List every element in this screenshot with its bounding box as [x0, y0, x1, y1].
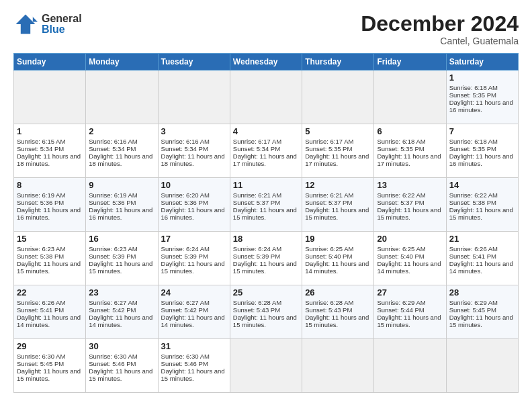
sunset-text: Sunset: 5:37 PM [377, 199, 443, 206]
sunrise-text: Sunrise: 6:17 AM [233, 138, 299, 145]
day-number: 20 [377, 234, 443, 244]
calendar-cell: 6Sunrise: 6:18 AMSunset: 5:35 PMDaylight… [374, 124, 446, 178]
sunrise-text: Sunrise: 6:22 AM [449, 191, 515, 199]
daylight-text: Daylight: 11 hours and 14 minutes. [305, 260, 371, 275]
daylight-text: Daylight: 11 hours and 16 minutes. [89, 206, 154, 221]
daylight-text: Daylight: 11 hours and 16 minutes. [17, 206, 83, 221]
daylight-text: Daylight: 11 hours and 15 minutes. [377, 206, 443, 221]
day-number: 12 [305, 180, 371, 190]
sunset-text: Sunset: 5:45 PM [17, 360, 83, 367]
header-day-monday: Monday [86, 54, 158, 71]
calendar-cell [230, 339, 302, 393]
day-number: 4 [233, 126, 299, 136]
day-number: 31 [161, 341, 227, 351]
calendar-cell [158, 71, 230, 124]
calendar-cell [302, 339, 374, 393]
sunset-text: Sunset: 5:38 PM [449, 199, 515, 206]
sunrise-text: Sunrise: 6:30 AM [161, 353, 227, 360]
calendar-cell [14, 71, 86, 124]
calendar-cell: 24Sunrise: 6:27 AMSunset: 5:42 PMDayligh… [158, 285, 230, 339]
day-number: 29 [17, 341, 83, 351]
calendar-body: 1Sunrise: 6:18 AMSunset: 5:35 PMDaylight… [14, 71, 519, 393]
day-number: 25 [233, 287, 299, 298]
day-number: 5 [305, 126, 371, 136]
sunrise-text: Sunrise: 6:24 AM [161, 245, 227, 253]
week-row-1: 1Sunrise: 6:15 AMSunset: 5:34 PMDaylight… [14, 124, 519, 178]
sunrise-text: Sunrise: 6:16 AM [161, 138, 227, 145]
sunrise-text: Sunrise: 6:27 AM [161, 299, 227, 306]
calendar-cell: 21Sunrise: 6:26 AMSunset: 5:41 PMDayligh… [446, 232, 518, 285]
sunrise-text: Sunrise: 6:29 AM [449, 299, 515, 306]
daylight-text: Daylight: 11 hours and 15 minutes. [305, 314, 371, 328]
sunrise-text: Sunrise: 6:26 AM [17, 299, 83, 306]
daylight-text: Daylight: 11 hours and 14 minutes. [449, 260, 515, 275]
calendar-cell: 2Sunrise: 6:16 AMSunset: 5:34 PMDaylight… [86, 124, 158, 178]
calendar-cell [86, 71, 158, 124]
daylight-text: Daylight: 11 hours and 14 minutes. [377, 260, 443, 275]
sunrise-text: Sunrise: 6:16 AM [89, 138, 154, 145]
sunset-text: Sunset: 5:34 PM [89, 145, 154, 152]
sunset-text: Sunset: 5:36 PM [161, 199, 227, 206]
daylight-text: Daylight: 11 hours and 16 minutes. [161, 206, 227, 221]
sunrise-text: Sunrise: 6:29 AM [377, 299, 443, 306]
sunrise-text: Sunrise: 6:23 AM [17, 245, 83, 253]
sunset-text: Sunset: 5:43 PM [305, 306, 371, 314]
day-number: 6 [377, 126, 443, 136]
week-row-2: 8Sunrise: 6:19 AMSunset: 5:36 PMDaylight… [14, 178, 519, 232]
calendar-cell [302, 71, 374, 124]
header-day-tuesday: Tuesday [158, 54, 230, 71]
day-number: 9 [89, 180, 154, 190]
day-number: 27 [377, 287, 443, 298]
daylight-text: Daylight: 11 hours and 15 minutes. [161, 260, 227, 275]
day-number: 11 [233, 180, 299, 190]
header-day-wednesday: Wednesday [230, 54, 302, 71]
daylight-text: Daylight: 11 hours and 15 minutes. [233, 260, 299, 275]
sunset-text: Sunset: 5:40 PM [377, 253, 443, 260]
calendar-cell: 13Sunrise: 6:22 AMSunset: 5:37 PMDayligh… [374, 178, 446, 232]
calendar-cell: 4Sunrise: 6:17 AMSunset: 5:34 PMDaylight… [230, 124, 302, 178]
sunset-text: Sunset: 5:41 PM [17, 306, 83, 314]
day-number: 1 [17, 126, 83, 136]
sunset-text: Sunset: 5:37 PM [233, 199, 299, 206]
day-number: 13 [377, 180, 443, 190]
calendar-cell: 31Sunrise: 6:30 AMSunset: 5:46 PMDayligh… [158, 339, 230, 393]
week-row-4: 22Sunrise: 6:26 AMSunset: 5:41 PMDayligh… [14, 285, 519, 339]
daylight-text: Daylight: 11 hours and 15 minutes. [449, 206, 515, 221]
day-number: 14 [449, 180, 515, 190]
calendar-cell [230, 71, 302, 124]
calendar-cell: 16Sunrise: 6:23 AMSunset: 5:39 PMDayligh… [86, 232, 158, 285]
calendar-cell: 5Sunrise: 6:17 AMSunset: 5:35 PMDaylight… [302, 124, 374, 178]
sunrise-text: Sunrise: 6:21 AM [305, 191, 371, 199]
sunset-text: Sunset: 5:42 PM [161, 306, 227, 314]
sunset-text: Sunset: 5:38 PM [17, 253, 83, 260]
sunset-text: Sunset: 5:34 PM [233, 145, 299, 152]
sunrise-text: Sunrise: 6:22 AM [377, 191, 443, 199]
daylight-text: Daylight: 11 hours and 15 minutes. [377, 314, 443, 328]
sunset-text: Sunset: 5:41 PM [449, 253, 515, 260]
sunset-text: Sunset: 5:39 PM [89, 253, 154, 260]
daylight-text: Daylight: 11 hours and 17 minutes. [377, 152, 443, 167]
day-number: 2 [89, 126, 154, 136]
calendar-cell: 3Sunrise: 6:16 AMSunset: 5:34 PMDaylight… [158, 124, 230, 178]
calendar-cell: 30Sunrise: 6:30 AMSunset: 5:46 PMDayligh… [86, 339, 158, 393]
sunrise-text: Sunrise: 6:18 AM [377, 138, 443, 145]
daylight-text: Daylight: 11 hours and 17 minutes. [305, 152, 371, 167]
daylight-text: Daylight: 11 hours and 14 minutes. [17, 314, 83, 328]
week-row-3: 15Sunrise: 6:23 AMSunset: 5:38 PMDayligh… [14, 232, 519, 285]
day-number: 23 [89, 287, 154, 298]
calendar-cell [374, 71, 446, 124]
svg-marker-0 [16, 15, 36, 34]
calendar-cell: 19Sunrise: 6:25 AMSunset: 5:40 PMDayligh… [302, 232, 374, 285]
daylight-text: Daylight: 11 hours and 15 minutes. [89, 260, 154, 275]
calendar-table: SundayMondayTuesdayWednesdayThursdayFrid… [13, 53, 519, 393]
calendar-cell: 23Sunrise: 6:27 AMSunset: 5:42 PMDayligh… [86, 285, 158, 339]
calendar-cell: 8Sunrise: 6:19 AMSunset: 5:36 PMDaylight… [14, 178, 86, 232]
header-day-friday: Friday [374, 54, 446, 71]
sunrise-text: Sunrise: 6:20 AM [161, 191, 227, 199]
day-number: 1 [449, 73, 515, 83]
calendar-cell: 11Sunrise: 6:21 AMSunset: 5:37 PMDayligh… [230, 178, 302, 232]
daylight-text: Daylight: 11 hours and 15 minutes. [305, 206, 371, 221]
calendar-cell: 12Sunrise: 6:21 AMSunset: 5:37 PMDayligh… [302, 178, 374, 232]
logo: General Blue [13, 12, 82, 36]
daylight-text: Daylight: 11 hours and 15 minutes. [161, 367, 227, 382]
